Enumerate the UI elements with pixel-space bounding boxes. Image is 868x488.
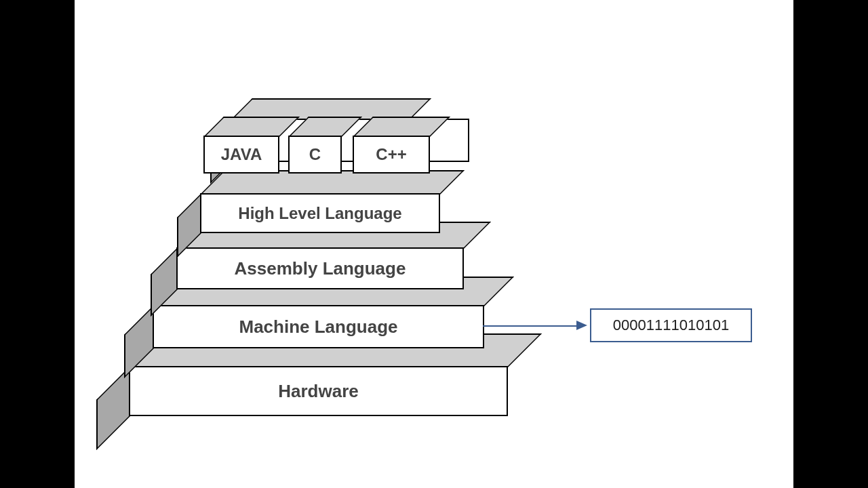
top-block-c-label: C — [309, 145, 321, 164]
layer-highlevel-label: High Level Language — [238, 204, 401, 223]
callout-binary-box: 00001111010101 — [590, 308, 752, 342]
arrow-head-icon — [576, 321, 587, 330]
layer-machine-label: Machine Language — [239, 317, 397, 338]
callout-binary-text: 00001111010101 — [613, 317, 729, 334]
diagram-canvas: Hardware Machine Language Assembly Langu… — [75, 0, 793, 488]
top-block-cpp-label: C++ — [376, 145, 406, 164]
layer-hardware-label: Hardware — [278, 381, 359, 402]
top-block-java-label: JAVA — [221, 145, 262, 164]
layer-assembly-label: Assembly Language — [235, 258, 406, 279]
arrow-machine-to-binary — [483, 325, 578, 327]
